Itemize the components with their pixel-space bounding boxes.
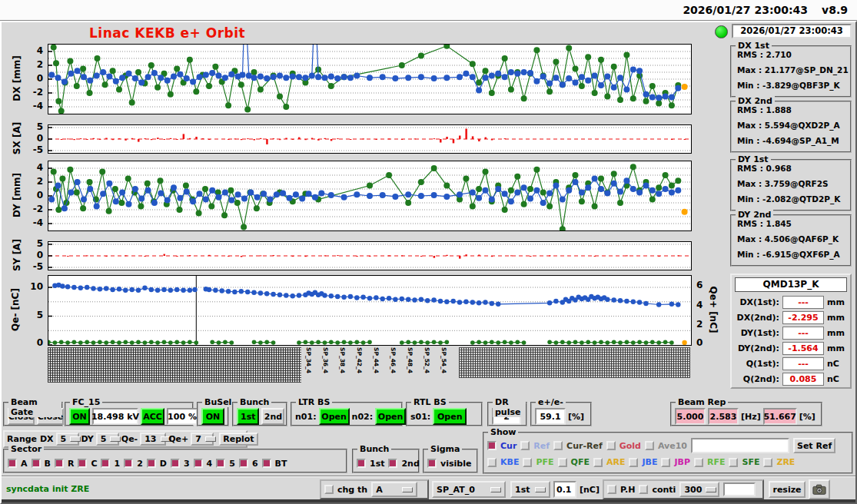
status-message: syncdata init ZRE bbox=[6, 484, 89, 494]
ee-ratio-value[interactable]: 59.1 bbox=[535, 408, 566, 425]
fc15-acc-button[interactable]: ACC bbox=[141, 408, 164, 425]
resize-button[interactable]: resize bbox=[769, 481, 806, 498]
show-sfe-checkbox[interactable] bbox=[729, 458, 738, 467]
beam-rep-value-1: 5.000 bbox=[675, 408, 706, 425]
bpm-select[interactable]: SP_AT_0 bbox=[432, 481, 506, 498]
sector-label: 2 bbox=[137, 459, 143, 469]
show-jbe-checkbox[interactable] bbox=[629, 458, 638, 467]
max-line: Max : 5.594@QXD2P_A bbox=[732, 118, 850, 133]
option-menu-icon bbox=[110, 436, 121, 442]
bunch-1st-checkbox[interactable] bbox=[357, 459, 366, 468]
show-are-checkbox[interactable] bbox=[593, 458, 603, 467]
bpm-dense-labels-left bbox=[48, 347, 301, 383]
sector-checkbox-1[interactable] bbox=[101, 459, 110, 468]
bpm-label: SP_46_4 bbox=[390, 347, 397, 373]
dy-2nd-title: DY 2nd bbox=[736, 210, 773, 220]
range-dy-select[interactable]: 5 bbox=[96, 433, 119, 446]
rtl-s01-open-button[interactable]: Open bbox=[433, 408, 467, 425]
busel-group: BuSel ON bbox=[197, 402, 229, 426]
show-title: Show bbox=[488, 427, 518, 437]
ltr-bs-group: LTR BS n01: Open n02: Open bbox=[291, 402, 403, 426]
show-rfe-checkbox[interactable] bbox=[694, 458, 703, 467]
sector-checkbox-r[interactable] bbox=[55, 459, 64, 468]
replot-button[interactable]: Replot bbox=[219, 433, 257, 446]
range-qep-select[interactable]: 7 bbox=[191, 433, 214, 446]
show-zre-checkbox[interactable] bbox=[763, 458, 772, 467]
beam-rep-title: Beam Rep bbox=[676, 397, 728, 407]
sector-checkbox-2[interactable] bbox=[124, 459, 133, 468]
show-cur-ref-checkbox[interactable] bbox=[553, 441, 563, 450]
sigma-visible-checkbox[interactable] bbox=[427, 459, 437, 468]
range-dx-select[interactable]: 5 bbox=[56, 433, 79, 446]
chg-th-select[interactable]: A bbox=[371, 482, 417, 497]
ltr-n02-label: n02: bbox=[352, 412, 374, 422]
threshold-input[interactable] bbox=[553, 481, 576, 498]
ltr-n01-open-button[interactable]: Open bbox=[319, 408, 350, 425]
window-bottom-edge bbox=[2, 499, 855, 502]
bpm-label: SP_34_4 bbox=[305, 347, 312, 373]
ee-ratio-unit: [%] bbox=[568, 412, 584, 422]
qe-tick: 0 bbox=[6, 338, 43, 347]
bpm-monitor-name[interactable]: QMD13P_K bbox=[735, 277, 847, 292]
ltr-n02-open-button[interactable]: Open bbox=[375, 408, 406, 425]
sector-checkbox-4[interactable] bbox=[194, 459, 203, 468]
sector-checkbox-5[interactable] bbox=[216, 459, 225, 468]
dx-tick: 2 bbox=[6, 60, 43, 69]
sector-label: B bbox=[45, 459, 51, 469]
fc15-on-button[interactable]: ON bbox=[69, 408, 90, 425]
qe-tick: 5 bbox=[6, 310, 43, 320]
show-jbp-checkbox[interactable] bbox=[661, 458, 670, 467]
screenshot-button[interactable] bbox=[809, 479, 830, 499]
show-kbe-checkbox[interactable] bbox=[487, 458, 497, 467]
ref-file-input[interactable] bbox=[691, 438, 789, 453]
set-ref-button[interactable]: Set Ref bbox=[793, 438, 835, 453]
show-pfe-checkbox[interactable] bbox=[523, 458, 532, 467]
min-line: Min : -6.915@QXF6P_A bbox=[732, 247, 850, 262]
sy-tick: 0 bbox=[6, 250, 43, 260]
bunch-2nd-checkbox[interactable] bbox=[388, 459, 397, 468]
npoints-select[interactable]: 300 bbox=[679, 482, 719, 497]
bunch-title: Bunch bbox=[238, 397, 271, 407]
sector-checkbox-3[interactable] bbox=[171, 459, 180, 468]
bpm-label: SP_44_4 bbox=[373, 347, 380, 373]
sector-checkbox-bt[interactable] bbox=[262, 459, 271, 468]
min-line: Min : -4.694@SP_A1_M bbox=[732, 133, 850, 148]
sector-checkbox-d[interactable] bbox=[147, 459, 156, 468]
show-gold-checkbox[interactable] bbox=[606, 441, 616, 450]
camera-icon bbox=[812, 483, 826, 496]
sector-checkbox-b[interactable] bbox=[32, 459, 41, 468]
topbar-datetime: 2026/01/27 23:00:43 bbox=[683, 4, 808, 16]
show-cur-checkbox[interactable] bbox=[487, 441, 497, 450]
busel-on-button[interactable]: ON bbox=[201, 408, 224, 425]
bunch-filter-title: Bunch bbox=[357, 444, 391, 454]
bpm-label: SP_36_4 bbox=[322, 347, 329, 373]
sx-plot bbox=[48, 124, 692, 154]
fc15-title: FC_15 bbox=[70, 397, 102, 407]
bunch-1st-button[interactable]: 1st bbox=[237, 408, 259, 425]
bunch-2nd-button[interactable]: 2nd bbox=[261, 408, 284, 425]
option-menu-icon bbox=[535, 487, 546, 492]
sector-checkbox-6[interactable] bbox=[239, 459, 248, 468]
show-ave10-checkbox[interactable] bbox=[645, 441, 654, 450]
beam-rep-pct-label: [%] bbox=[799, 412, 815, 422]
bunch-select[interactable]: 1st bbox=[510, 481, 550, 498]
ph-checkbox[interactable] bbox=[607, 485, 616, 494]
dy-plot bbox=[48, 161, 692, 231]
beam-gate-group: Beam Gate Close Close bbox=[3, 402, 63, 426]
sy-plot bbox=[48, 241, 692, 270]
show-zre-label: ZRE bbox=[776, 457, 795, 467]
sector-checkbox-a[interactable] bbox=[8, 459, 17, 468]
dx1-value: --- bbox=[782, 296, 824, 309]
dx-tick: -2 bbox=[6, 88, 43, 97]
sector-label: A bbox=[21, 459, 28, 469]
count-input[interactable] bbox=[723, 482, 756, 496]
bpm-label: SP_38_4 bbox=[339, 347, 346, 373]
show-ref-checkbox[interactable] bbox=[520, 441, 530, 450]
range-qem-select[interactable]: 13 bbox=[140, 433, 166, 446]
chg-th-checkbox[interactable] bbox=[324, 485, 334, 494]
conti-checkbox[interactable] bbox=[639, 485, 648, 494]
option-menu-icon bbox=[205, 436, 216, 442]
show-qfe-checkbox[interactable] bbox=[558, 458, 567, 467]
sector-checkbox-c[interactable] bbox=[78, 459, 87, 468]
topbar-version: v8.9 bbox=[822, 4, 848, 16]
